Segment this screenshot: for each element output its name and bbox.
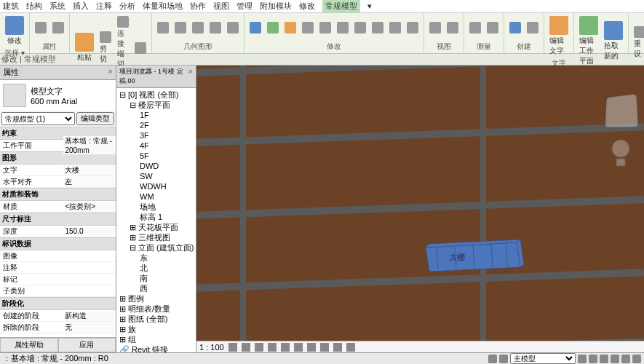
ribbon-button[interactable]: 修改	[3, 15, 26, 47]
rendering-icon[interactable]	[281, 343, 290, 352]
menu-item-active[interactable]: 常规模型	[322, 0, 360, 12]
tree-node[interactable]: ⊞ 天花板平面	[118, 222, 194, 232]
menu-dropdown-icon[interactable]: ▾	[367, 1, 372, 11]
menu-item[interactable]: 分析	[119, 1, 135, 12]
ribbon-button[interactable]	[247, 20, 263, 35]
type-selector[interactable]: 模型文字 600 mm Arial	[0, 80, 116, 111]
design-option-icon[interactable]	[499, 355, 508, 363]
ribbon-button[interactable]	[485, 20, 501, 35]
tree-node[interactable]: ⊞ 族	[118, 324, 194, 334]
lock-view-icon[interactable]	[320, 343, 329, 352]
menu-item[interactable]: 建筑	[3, 1, 19, 12]
ribbon-button[interactable]	[300, 20, 316, 35]
ribbon-button[interactable]	[445, 20, 461, 35]
tree-node[interactable]: ⊟ 立面 (建筑立面)	[118, 242, 194, 253]
property-value[interactable]: 大楼	[63, 165, 116, 175]
select-underlay-icon[interactable]	[589, 355, 597, 363]
ribbon-button[interactable]	[172, 20, 188, 35]
ribbon-button[interactable]	[405, 20, 421, 35]
property-value[interactable]: 无	[63, 323, 116, 333]
crop-region-icon[interactable]	[307, 343, 316, 352]
properties-apply-button[interactable]: 应用	[58, 338, 116, 352]
menu-item[interactable]: 视图	[213, 1, 229, 12]
ribbon-button[interactable]	[190, 20, 206, 35]
menu-item[interactable]: 协作	[190, 1, 206, 12]
tree-node[interactable]: ⊞ 图纸 (全部)	[118, 314, 194, 324]
ribbon-button[interactable]	[467, 20, 483, 35]
property-value[interactable]: 基本墙 : 常规 - 200mm	[63, 136, 116, 154]
tree-node[interactable]: 5F	[118, 151, 194, 161]
tree-node[interactable]: SW	[118, 171, 194, 181]
ribbon-button[interactable]	[265, 20, 281, 35]
ribbon-button[interactable]	[525, 20, 541, 35]
tree-node[interactable]: 标高 1	[118, 212, 194, 222]
select-face-icon[interactable]	[611, 355, 619, 363]
tree-node[interactable]: WDWH	[118, 181, 194, 191]
navigation-bar[interactable]	[611, 138, 631, 167]
reveal-hidden-icon[interactable]	[346, 343, 355, 352]
menu-item[interactable]: 附加模块	[260, 1, 292, 12]
ribbon-button[interactable]	[33, 20, 49, 35]
tree-node[interactable]: 2F	[118, 120, 194, 130]
menu-item[interactable]: 管理	[236, 1, 253, 12]
property-value[interactable]: <按类别>	[63, 202, 116, 212]
property-category[interactable]: 阶段化	[0, 297, 116, 310]
ribbon-button[interactable]: 粘贴	[73, 31, 96, 64]
ribbon-button[interactable]	[507, 20, 523, 35]
tree-node[interactable]: ⊟ [0] 视图 (全部)	[118, 90, 194, 100]
tree-node[interactable]: 4F	[118, 141, 194, 151]
close-icon[interactable]: ×	[108, 67, 113, 78]
sun-path-icon[interactable]	[255, 343, 263, 352]
detail-level-icon[interactable]	[228, 343, 237, 352]
tree-node[interactable]: 南	[118, 273, 194, 283]
tree-node[interactable]: 东	[118, 253, 194, 263]
ribbon-button[interactable]	[50, 20, 66, 35]
ribbon-button[interactable]	[132, 41, 148, 55]
shadows-icon[interactable]	[268, 343, 277, 352]
tree-node[interactable]: ⊞ 明细表/数量	[118, 304, 194, 314]
workset-icon[interactable]	[488, 355, 497, 363]
tree-node[interactable]: 1F	[118, 110, 194, 120]
tree-node[interactable]: 3F	[118, 130, 194, 141]
crop-view-icon[interactable]	[294, 343, 303, 352]
menu-item[interactable]: 系统	[49, 1, 65, 12]
tree-node[interactable]: 🔗 Revit 链接	[118, 344, 194, 352]
ribbon-button[interactable]	[387, 20, 403, 35]
property-value[interactable]: 150.0	[63, 227, 116, 235]
tree-node[interactable]: ⊞ 图例	[118, 293, 194, 304]
select-links-icon[interactable]	[578, 355, 587, 363]
edit-type-button[interactable]: 编辑类型	[76, 112, 114, 125]
instance-filter-select[interactable]: 常规模型 (1)	[1, 112, 75, 125]
ribbon-button[interactable]	[352, 20, 368, 35]
menu-item[interactable]: 注释	[96, 1, 112, 12]
tree-node[interactable]: 北	[118, 263, 194, 273]
tree-node[interactable]: ⊟ 楼层平面	[118, 100, 194, 110]
property-category[interactable]: 材质和装饰	[0, 188, 116, 201]
scale-display[interactable]: 1 : 100	[199, 343, 224, 352]
ribbon-button[interactable]: 重设	[632, 25, 644, 60]
property-category[interactable]: 标识数据	[0, 237, 116, 250]
close-icon[interactable]: ×	[188, 67, 193, 86]
tree-node[interactable]: ⊞ 三维视图	[118, 232, 194, 242]
temp-hide-icon[interactable]	[333, 343, 342, 352]
ribbon-button[interactable]	[155, 20, 171, 35]
tree-node[interactable]: DWD	[118, 161, 194, 171]
tree-node[interactable]: WM	[118, 191, 194, 202]
ribbon-button[interactable]: 剪切	[98, 30, 114, 66]
property-value[interactable]: 新构造	[63, 311, 116, 321]
3d-viewport[interactable]: 大楼	[196, 66, 644, 352]
ribbon-button[interactable]	[335, 20, 351, 35]
menu-item[interactable]: 体量和场地	[143, 1, 183, 12]
selected-model-text[interactable]: 大楼	[422, 237, 524, 277]
select-pinned-icon[interactable]	[600, 355, 608, 363]
menu-item[interactable]: 结构	[26, 1, 42, 12]
drag-elements-icon[interactable]	[621, 355, 630, 363]
visual-style-icon[interactable]	[242, 343, 250, 352]
model-selector[interactable]: 主模型	[510, 353, 576, 364]
view-cube[interactable]	[605, 94, 638, 127]
ribbon-button[interactable]: 拾取新的	[602, 20, 625, 63]
property-value[interactable]: 左	[63, 177, 116, 187]
filter-icon[interactable]	[632, 355, 641, 363]
ribbon-button[interactable]	[225, 20, 241, 35]
tree-node[interactable]: ⊞ 组	[118, 334, 194, 344]
